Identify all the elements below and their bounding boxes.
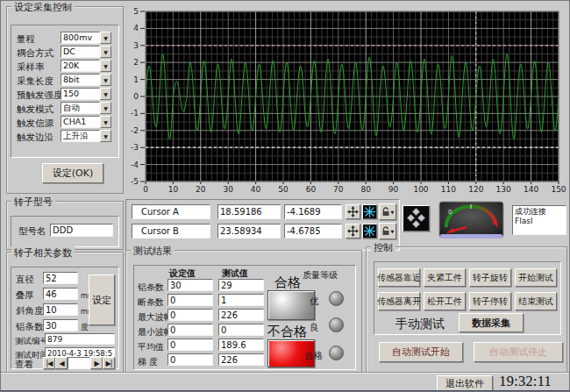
nav-next-button[interactable]: ▶: [90, 357, 103, 369]
waveform-graph[interactable]: 543210-1-2-3-4-5010203040506070809010011…: [125, 3, 569, 196]
cursor-a-lock-button[interactable]: ▼: [379, 203, 396, 220]
svg-text:-4: -4: [131, 160, 139, 169]
auto-test-stop-button[interactable]: 自动测试停止: [474, 342, 563, 362]
cursor-a-move-button[interactable]: [346, 204, 360, 219]
nav-first-button[interactable]: |◀: [43, 357, 55, 369]
cross-arrows-icon: [347, 225, 359, 237]
pretrigger-combo-value: 150: [61, 88, 100, 100]
end-test-button[interactable]: 结束测试: [515, 292, 557, 310]
exit-button[interactable]: 退出软件: [437, 375, 493, 391]
sensor-away-button[interactable]: 传感器离开: [378, 292, 420, 310]
svg-text:-1: -1: [131, 109, 139, 118]
trigsource-combo[interactable]: CHA1▼: [61, 116, 111, 128]
result-set-value[interactable]: 0: [167, 353, 213, 366]
grade-good-led: [329, 317, 344, 332]
coupling-combo[interactable]: DC▼: [61, 46, 111, 58]
nav-last-button[interactable]: ▶|: [103, 357, 115, 369]
view-label: 查看: [15, 359, 33, 371]
chevron-down-icon[interactable]: ▼: [100, 102, 111, 114]
graph-palette-button[interactable]: [403, 205, 430, 232]
trigmode-combo[interactable]: 自动▼: [61, 102, 111, 114]
cursor-a-style-button[interactable]: [362, 204, 377, 219]
param-label: 斜角度: [16, 305, 44, 317]
auto-test-start-button[interactable]: 自动测试开始: [379, 342, 463, 362]
connection-status: 成功连接Flasl: [512, 205, 566, 235]
set-ok-button[interactable]: 设定(OK): [42, 163, 103, 183]
unclamp-button[interactable]: 松开工件: [424, 292, 466, 310]
cursor-a-y[interactable]: -4.1689: [284, 204, 342, 219]
cursor-b-style-button[interactable]: [362, 224, 377, 239]
range-combo[interactable]: 800mv▼: [61, 32, 111, 44]
cursor-b-lock-button[interactable]: ▼: [379, 223, 396, 239]
range-combo-value: 800mv: [61, 32, 100, 44]
result-test-value[interactable]: 189.6: [218, 339, 264, 351]
svg-text:150: 150: [551, 185, 566, 194]
trigedge-combo[interactable]: 上升沿▼: [61, 130, 111, 142]
sensor-near-button[interactable]: 传感器靠近: [378, 268, 420, 287]
rotor-model-title: 转子型号: [11, 196, 55, 209]
cursor-b-x[interactable]: 23.58934: [217, 224, 281, 239]
result-test-value[interactable]: 29: [218, 279, 264, 291]
model-name-label: 型号名: [18, 225, 46, 238]
grade-pass-led: [329, 346, 344, 360]
rotor-params-groupbox: 转子相关参数 直径 叠厚 mm 斜角度 mm 铝条数 度 设定 测试编号 测试时…: [6, 252, 124, 374]
cursor-panel: Cursor A 18.59186 -4.1689 Cursor B 23.58…: [125, 199, 400, 251]
app-window: 543210-1-2-3-4-5010203040506070809010011…: [0, 0, 570, 392]
result-test-value[interactable]: 1: [218, 294, 264, 306]
waveform-plot[interactable]: 543210-1-2-3-4-5010203040506070809010011…: [125, 3, 569, 196]
result-row-label: 铝条数: [138, 282, 164, 294]
cross-arrows-icon: [347, 206, 359, 217]
test-no-input[interactable]: [45, 333, 115, 345]
result-test-value[interactable]: 0: [218, 324, 264, 336]
svg-text:90: 90: [388, 185, 399, 194]
cursor-b-move-button[interactable]: [346, 224, 360, 239]
daq-button[interactable]: 数据采集: [459, 313, 524, 332]
chevron-down-icon[interactable]: ▼: [100, 116, 111, 128]
nav-prev-button[interactable]: ◀: [55, 357, 68, 369]
chevron-down-icon[interactable]: ▼: [100, 88, 111, 100]
result-set-value[interactable]: 30: [167, 279, 213, 291]
chevron-down-icon[interactable]: ▼: [100, 130, 111, 142]
svg-text:20: 20: [196, 185, 206, 194]
result-test-value[interactable]: 226: [218, 353, 264, 366]
samplerate-combo-value: 20K: [61, 60, 100, 72]
result-set-value[interactable]: 0: [167, 324, 213, 336]
diamonds-icon: [405, 208, 427, 229]
result-set-value[interactable]: 0: [167, 294, 213, 306]
pretrigger-combo[interactable]: 150▼: [61, 88, 111, 100]
chevron-down-icon[interactable]: ▼: [100, 74, 111, 86]
rotor-model-groupbox: 转子型号 型号名: [6, 201, 124, 250]
thickness-input[interactable]: [43, 288, 78, 300]
acquisition-title: 设定采集控制: [11, 1, 75, 14]
cursor-a-x[interactable]: 18.59186: [217, 204, 281, 219]
acquisition-groupbox: 设定采集控制 量程 800mv▼ 耦合方式 DC▼ 采样率 20K▼ 采集长度 …: [6, 6, 124, 194]
rotor-spin-button[interactable]: 转子旋转: [469, 268, 511, 287]
start-test-button[interactable]: 开始测试: [515, 268, 557, 287]
chevron-down-icon[interactable]: ▼: [100, 46, 111, 58]
results-inner: 设定值 测试值 质量等级 铝条数 30 29 断条数 0 1 最大波幅 0 22…: [133, 265, 356, 370]
length-combo[interactable]: 8bit▼: [61, 74, 111, 86]
nav-track[interactable]: [68, 357, 90, 369]
result-test-value[interactable]: 226: [218, 309, 264, 321]
trigsource-combo-value: CHA1: [61, 116, 100, 128]
skew-angle-input[interactable]: [43, 303, 78, 316]
clamp-button[interactable]: 夹紧工件: [424, 268, 466, 287]
result-set-value[interactable]: 0: [167, 339, 213, 351]
model-name-input[interactable]: [50, 224, 113, 237]
cursor-b-y[interactable]: -4.6785: [284, 224, 342, 239]
samplerate-combo[interactable]: 20K▼: [61, 60, 111, 72]
trigedge-combo-value: 上升沿: [61, 130, 100, 142]
diameter-input[interactable]: [43, 272, 78, 284]
grade-excellent-led: [329, 291, 344, 306]
params-set-button[interactable]: 设定: [89, 274, 115, 325]
chevron-down-icon[interactable]: ▼: [100, 32, 111, 44]
svg-text:110: 110: [441, 185, 456, 194]
bar-count-input[interactable]: [43, 319, 78, 331]
rotor-stop-button[interactable]: 转子停转: [469, 292, 511, 310]
control-title: 控制: [371, 241, 395, 254]
coupling-combo-value: DC: [61, 46, 100, 58]
grade-header: 质量等级: [303, 269, 338, 282]
param-label: 叠厚: [16, 289, 34, 302]
chevron-down-icon[interactable]: ▼: [100, 60, 111, 72]
result-set-value[interactable]: 0: [167, 309, 213, 321]
